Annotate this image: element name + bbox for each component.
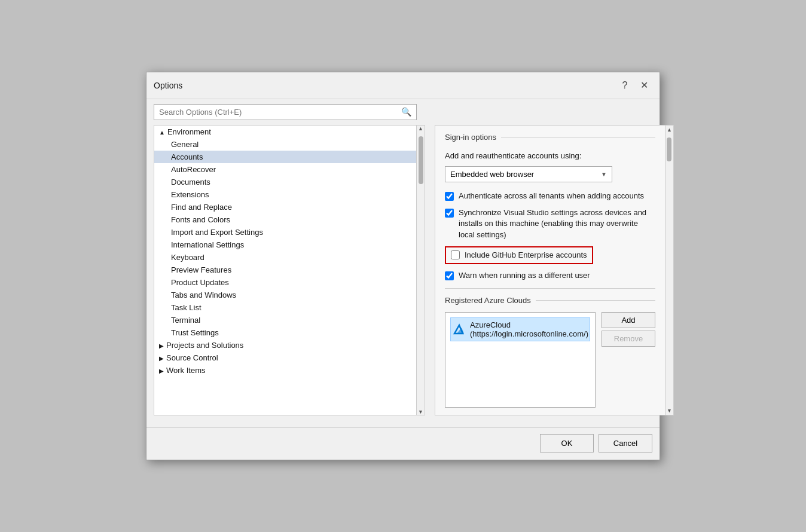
github-enterprise-label: Include GitHub Enterprise accounts [465, 250, 587, 261]
ok-button[interactable]: OK [540, 434, 594, 452]
github-enterprise-row: Include GitHub Enterprise accounts [445, 246, 593, 264]
azure-buttons: Add Remove [602, 312, 655, 347]
right-scroll-thumb[interactable] [667, 137, 671, 161]
github-enterprise-checkbox[interactable] [451, 250, 460, 259]
dropdown-value: Embedded web browser [450, 170, 534, 179]
tree-item-projects-solutions[interactable]: ▶Projects and Solutions [154, 339, 416, 351]
sign-in-section-header: Sign-in options [445, 133, 655, 142]
tree-item-preview-features[interactable]: Preview Features [154, 264, 416, 276]
tree-item-fonts-colors[interactable]: Fonts and Colors [154, 213, 416, 226]
browser-dropdown[interactable]: Embedded web browser ▼ [445, 166, 612, 182]
scroll-down-icon[interactable]: ▼ [418, 409, 423, 415]
right-content-inner: Sign-in options Add and reauthenticate a… [435, 125, 665, 415]
warn-user-label: Warn when running as a different user [459, 270, 590, 281]
tree-item-import-export[interactable]: Import and Export Settings [154, 226, 416, 239]
checkbox-row-warn-user: Warn when running as a different user [445, 270, 655, 281]
add-reauthenticate-label: Add and reauthenticate accounts using: [445, 151, 655, 160]
tree-item-autorecover[interactable]: AutoRecover [154, 163, 416, 176]
search-row: 🔍 [154, 104, 652, 120]
tree-item-tabs-windows[interactable]: Tabs and Windows [154, 289, 416, 301]
tree-item-environment[interactable]: ▲Environment [154, 126, 416, 138]
title-bar-right: ? ✕ [616, 77, 652, 94]
tree-item-keyboard[interactable]: Keyboard [154, 251, 416, 264]
dropdown-arrow-icon: ▼ [601, 171, 607, 178]
remove-azure-button[interactable]: Remove [602, 331, 655, 347]
dialog-title: Options [154, 81, 182, 90]
close-button[interactable]: ✕ [636, 77, 652, 94]
azure-content: AzureCloud (https://login.microsoftonlin… [445, 312, 655, 408]
checkbox-row-sync-settings: Synchronize Visual Studio settings acros… [445, 207, 655, 240]
tree-item-task-list[interactable]: Task List [154, 301, 416, 314]
cancel-button[interactable]: Cancel [599, 434, 652, 452]
search-input[interactable] [154, 105, 396, 120]
tree-arrow-icon: ▲ [159, 129, 165, 136]
right-scroll-down-icon[interactable]: ▼ [667, 408, 672, 414]
tree-item-international[interactable]: International Settings [154, 239, 416, 251]
help-button[interactable]: ? [616, 77, 633, 94]
section-divider [501, 137, 655, 137]
warn-user-checkbox[interactable] [445, 271, 454, 280]
tree-item-source-control[interactable]: ▶Source Control [154, 351, 416, 364]
left-scrollbar[interactable]: ▲ ▼ [417, 125, 425, 415]
tree-item-terminal[interactable]: Terminal [154, 314, 416, 326]
auth-tenants-label: Authenticate across all tenants when add… [459, 191, 644, 201]
add-azure-button[interactable]: Add [602, 312, 655, 328]
right-scroll-up-icon[interactable]: ▲ [667, 127, 672, 133]
sign-in-section-title: Sign-in options [445, 133, 496, 142]
azure-list: AzureCloud (https://login.microsoftonlin… [445, 312, 596, 408]
sync-settings-label: Synchronize Visual Studio settings acros… [459, 207, 655, 240]
auth-tenants-checkbox[interactable] [445, 192, 454, 201]
azure-section-header: Registered Azure Clouds [445, 296, 655, 305]
browser-dropdown-row: Embedded web browser ▼ [445, 166, 655, 182]
dialog-footer: OK Cancel [146, 427, 660, 460]
tree-item-product-updates[interactable]: Product Updates [154, 276, 416, 289]
tree-item-find-replace[interactable]: Find and Replace [154, 201, 416, 213]
right-panel: Sign-in options Add and reauthenticate a… [425, 125, 674, 415]
dialog-body: 🔍 ▲EnvironmentGeneralAccountsAutoRecover… [146, 99, 660, 423]
tree-item-extensions[interactable]: Extensions [154, 188, 416, 201]
scroll-thumb[interactable] [419, 136, 423, 184]
tree-item-documents[interactable]: Documents [154, 176, 416, 188]
azure-logo-icon [452, 323, 465, 336]
tree-item-accounts[interactable]: Accounts [154, 151, 416, 163]
tree-arrow-icon: ▶ [159, 368, 164, 374]
tree-item-work-items[interactable]: ▶Work Items [154, 364, 416, 377]
main-area: ▲EnvironmentGeneralAccountsAutoRecoverDo… [154, 125, 652, 415]
right-content-wrapper: Sign-in options Add and reauthenticate a… [435, 125, 674, 415]
search-icon-button[interactable]: 🔍 [396, 105, 416, 119]
search-box: 🔍 [154, 104, 417, 120]
tree-item-general[interactable]: General [154, 138, 416, 151]
options-dialog: Options ? ✕ 🔍 ▲EnvironmentGeneralAccount… [146, 72, 660, 460]
checkbox-row-auth-tenants: Authenticate across all tenants when add… [445, 191, 655, 201]
azure-cloud-label: AzureCloud (https://login.microsoftonlin… [470, 320, 588, 338]
azure-section-divider [536, 300, 655, 301]
tree-arrow-icon: ▶ [159, 343, 164, 349]
title-bar: Options ? ✕ [146, 72, 660, 99]
azure-divider [445, 288, 655, 289]
sync-settings-checkbox[interactable] [445, 209, 454, 218]
title-bar-left: Options [154, 81, 182, 90]
tree-item-trust-settings[interactable]: Trust Settings [154, 326, 416, 339]
left-panel: ▲EnvironmentGeneralAccountsAutoRecoverDo… [154, 125, 417, 415]
right-scrollbar[interactable]: ▲ ▼ [665, 125, 674, 415]
left-panel-wrapper: ▲EnvironmentGeneralAccountsAutoRecoverDo… [154, 125, 425, 415]
tree-arrow-icon: ▶ [159, 355, 164, 362]
azure-section-title: Registered Azure Clouds [445, 296, 531, 305]
scroll-up-icon[interactable]: ▲ [418, 126, 423, 132]
azure-cloud-item[interactable]: AzureCloud (https://login.microsoftonlin… [450, 317, 590, 341]
